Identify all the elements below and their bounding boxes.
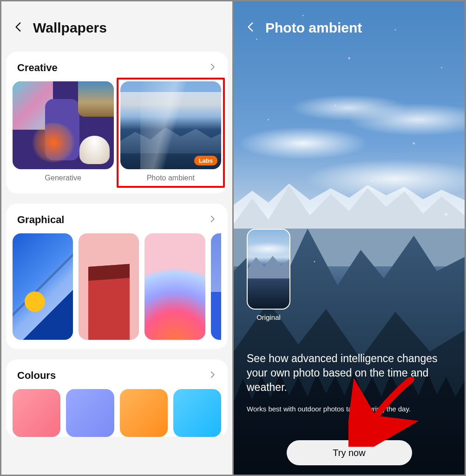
section-header-graphical[interactable]: Graphical xyxy=(13,214,221,233)
original-thumbnail xyxy=(247,229,290,310)
wallpaper-option-generative[interactable]: Generative xyxy=(13,81,114,184)
option-label: Photo ambient xyxy=(120,174,222,182)
generative-thumbnail xyxy=(13,81,114,169)
back-icon[interactable] xyxy=(13,21,25,35)
section-title: Graphical xyxy=(17,214,64,226)
hint-text: Works best with outdoor photos taken dur… xyxy=(247,405,452,413)
section-colours: Colours xyxy=(6,359,228,437)
original-preview[interactable]: Original xyxy=(247,229,290,321)
labs-badge: Labs xyxy=(194,156,217,165)
colour-swatch-1[interactable] xyxy=(13,389,60,437)
wallpapers-screen: Wallpapers Creative Generative xyxy=(1,1,232,475)
photo-ambient-screen: Photo ambient Original See how advanced … xyxy=(234,1,465,475)
try-now-button[interactable]: Try now xyxy=(287,440,412,465)
page-title: Wallpapers xyxy=(33,20,107,36)
chevron-right-icon xyxy=(208,370,217,381)
section-title: Colours xyxy=(17,370,56,382)
back-icon[interactable] xyxy=(245,21,257,35)
graphical-wallpaper-1[interactable] xyxy=(13,233,73,339)
section-creative: Creative Generative Labs Pho xyxy=(6,52,228,193)
section-title: Creative xyxy=(17,62,58,74)
graphical-wallpaper-3[interactable] xyxy=(144,233,205,339)
graphical-wallpaper-2[interactable] xyxy=(79,233,139,339)
description-block: See how advanced intelligence changes yo… xyxy=(247,351,452,413)
original-label: Original xyxy=(247,313,290,321)
section-graphical: Graphical xyxy=(6,204,228,349)
graphical-wallpaper-4[interactable] xyxy=(211,233,221,339)
wallpaper-option-photo-ambient[interactable]: Labs Photo ambient xyxy=(117,78,225,188)
chevron-right-icon xyxy=(208,215,217,225)
photo-ambient-thumbnail: Labs xyxy=(120,81,222,169)
description-text: See how advanced intelligence changes yo… xyxy=(247,351,452,395)
colour-swatch-3[interactable] xyxy=(120,389,168,437)
photo-ambient-header: Photo ambient xyxy=(234,1,465,54)
option-label: Generative xyxy=(13,174,114,182)
section-header-colours[interactable]: Colours xyxy=(13,370,221,389)
page-title: Photo ambient xyxy=(265,20,362,36)
wallpapers-header: Wallpapers xyxy=(1,1,232,52)
colour-swatch-2[interactable] xyxy=(66,389,114,437)
colour-swatch-4[interactable] xyxy=(173,389,221,437)
chevron-right-icon xyxy=(208,63,217,73)
